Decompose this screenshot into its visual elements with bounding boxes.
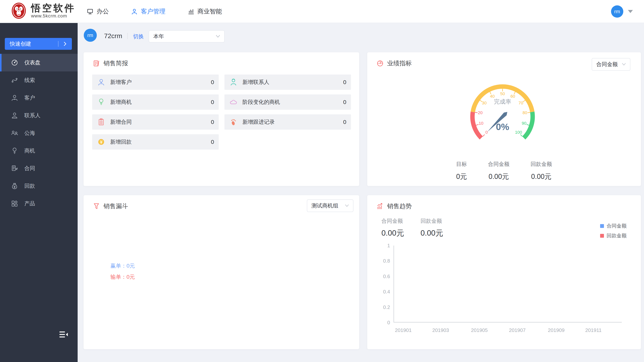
svg-text:100: 100 [515, 130, 522, 135]
caret-down-icon[interactable] [628, 10, 633, 13]
sidebar-item-products[interactable]: 产品 [0, 195, 78, 212]
bulb-green-icon [97, 98, 106, 106]
sidebar-item-customers[interactable]: 客户 [0, 89, 78, 107]
gauge-title: 完成率 [494, 98, 511, 105]
brief-row-new-followups[interactable]: 新增跟进记录 0 [224, 114, 351, 130]
brief-row-new-contacts[interactable]: 新增联系人 0 [224, 74, 351, 90]
svg-text:30: 30 [482, 100, 486, 105]
kpi-stat-label: 合同金额 [488, 160, 510, 168]
brief-row-label: 新增合同 [110, 118, 132, 126]
sidebar-item-contacts[interactable]: 联系人 [0, 107, 78, 124]
legend-swatch-blue [600, 224, 604, 228]
clipboard-red-icon [97, 118, 106, 126]
svg-text:0: 0 [485, 130, 488, 135]
brief-row-value: 0 [343, 99, 346, 105]
chevron-down-icon [622, 63, 626, 66]
svg-text:10: 10 [479, 121, 484, 126]
group-icon [10, 129, 18, 137]
top-header: 悟空软件 www.5kcrm.com 办公 客户管理 商业智能 rm [0, 0, 644, 23]
brief-row-label: 新增跟进记录 [242, 118, 275, 126]
brief-row-new-opportunities[interactable]: 新增商机 0 [92, 94, 219, 110]
quick-create-button[interactable]: 快速创建 [5, 38, 72, 50]
brief-row-label: 新增联系人 [242, 78, 269, 86]
button-divider [58, 41, 58, 47]
sidebar-item-label: 线索 [24, 77, 35, 84]
funnel-icon [93, 203, 100, 210]
period-select[interactable]: 本年 [149, 30, 225, 42]
workspace-name: 72crm [104, 32, 122, 40]
y-tick: 0.2 [372, 304, 390, 310]
x-tick: 201909 [543, 327, 570, 333]
trend-legend: 合同金额 回款金额 [600, 223, 626, 242]
completion-gauge: 0 10 20 30 40 50 60 70 80 90 100 完成率 0% [464, 82, 541, 147]
sidebar-item-label: 公海 [24, 129, 35, 137]
funnel-lose-row: 输单：0元 [110, 273, 135, 281]
sidebar: 快速创建 仪表盘 线索 客户 联系人 [0, 23, 78, 362]
brand-text: 悟空软件 www.5kcrm.com [31, 3, 76, 18]
sidebar-item-open-seas[interactable]: 公海 [0, 124, 78, 142]
legend-contract[interactable]: 合同金额 [600, 223, 626, 229]
trend-stat-value: 0.00元 [382, 228, 404, 238]
sidebar-item-contracts[interactable]: 合同 [0, 160, 78, 177]
gauge-value: 0% [496, 122, 509, 132]
svg-text:60: 60 [510, 94, 515, 99]
win-label: 赢单： [110, 263, 126, 269]
menu-fold-icon[interactable] [59, 330, 68, 340]
nav-office-label: 办公 [96, 7, 109, 16]
brief-row-new-contracts[interactable]: 新增合同 0 [92, 114, 219, 130]
sidebar-item-label: 联系人 [24, 112, 40, 119]
legend-label: 回款金额 [606, 232, 626, 239]
x-tick: 201911 [580, 327, 607, 333]
sidebar-item-opportunities[interactable]: 商机 [0, 142, 78, 160]
brief-row-value: 0 [211, 139, 214, 145]
cloud-pink-icon [229, 98, 238, 106]
brief-row-value: 0 [343, 119, 346, 125]
chevron-down-icon [216, 35, 220, 38]
kpi-title: 业绩指标 [387, 59, 412, 68]
route-icon [10, 76, 18, 84]
sidebar-item-label: 仪表盘 [24, 59, 40, 66]
nav-customer-management[interactable]: 客户管理 [131, 7, 166, 16]
trend-header: 销售趋势 [376, 202, 412, 211]
quick-create-label: 快速创建 [10, 40, 31, 47]
brief-row-label: 新增商机 [110, 98, 132, 106]
sidebar-item-label: 回款 [24, 182, 35, 190]
nav-customer-management-label: 客户管理 [141, 7, 166, 16]
contract-icon [10, 164, 18, 172]
nav-office[interactable]: 办公 [87, 7, 109, 16]
lightbulb-icon [10, 147, 18, 155]
dashboard-icon [10, 59, 18, 67]
trend-chart: 1 0.8 0.6 0.4 0.2 0 201901 201903 201905… [372, 243, 627, 337]
x-tick: 201905 [466, 327, 493, 333]
workspace-avatar[interactable]: rm [84, 29, 97, 42]
nav-business-intelligence[interactable]: 商业智能 [188, 7, 222, 16]
brief-row-new-customers[interactable]: 新增客户 0 [92, 74, 219, 90]
svg-text:80: 80 [522, 110, 527, 115]
sidebar-item-receivables[interactable]: 回款 [0, 177, 78, 195]
chart-axes [394, 246, 622, 323]
sidebar-item-leads[interactable]: 线索 [0, 71, 78, 89]
contact-icon [10, 111, 18, 119]
kpi-metric-select-value: 合同金额 [596, 61, 618, 68]
y-tick: 0 [372, 320, 390, 326]
kpi-metric-select[interactable]: 合同金额 [592, 58, 630, 71]
kpi-stat-label: 回款金额 [530, 160, 552, 168]
brief-row-label: 阶段变化的商机 [242, 98, 280, 106]
brief-row-value: 0 [211, 119, 214, 125]
money-bag-icon [10, 182, 18, 190]
legend-receivable[interactable]: 回款金额 [600, 232, 626, 239]
funnel-group-select[interactable]: 测试商机组 [307, 199, 354, 212]
funnel-header: 销售漏斗 [93, 202, 128, 211]
svg-text:70: 70 [518, 100, 523, 105]
user-avatar[interactable]: rm [611, 5, 623, 18]
y-tick: 0.8 [372, 258, 390, 264]
user-menu[interactable]: rm [611, 5, 633, 18]
kpi-stat-contract-amount: 合同金额 0.00元 [488, 160, 510, 181]
brief-row-new-receivables[interactable]: 新增回款 0 [92, 134, 219, 150]
brief-row-stage-changed-opportunities[interactable]: 阶段变化的商机 0 [224, 94, 351, 110]
sidebar-item-dashboard[interactable]: 仪表盘 [0, 54, 78, 71]
funnel-win-row: 赢单：0元 [110, 262, 135, 270]
sales-brief-grid: 新增客户 0 新增联系人 0 新增商机 0 阶段变化的商机 0 [92, 74, 351, 150]
switch-workspace-link[interactable]: 切换 [133, 33, 144, 40]
y-tick: 1 [372, 243, 390, 248]
